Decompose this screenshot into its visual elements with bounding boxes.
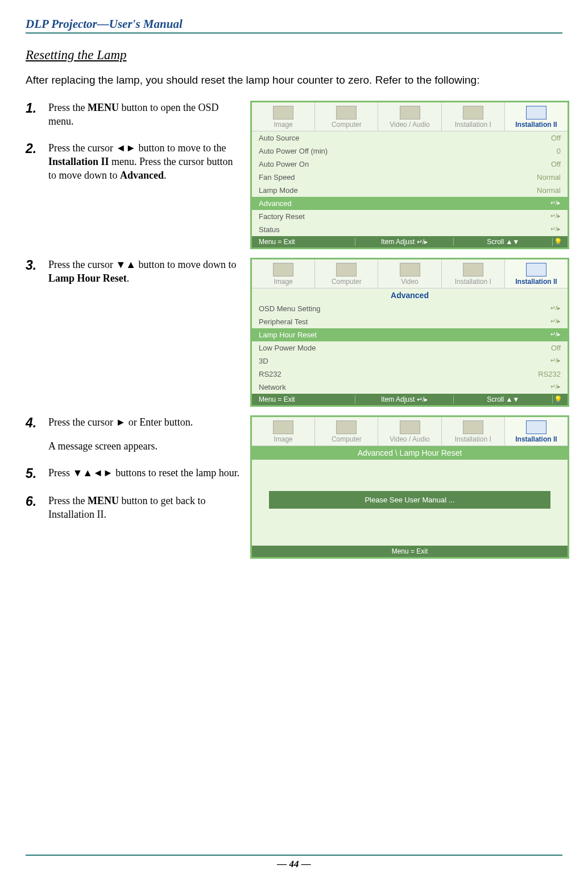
step-number: 1. xyxy=(26,101,48,116)
tab-icon xyxy=(526,420,546,434)
status-exit: Menu = Exit xyxy=(252,546,568,557)
status-exit: Menu = Exit xyxy=(256,238,355,246)
step-1: 1. Press the MENU button to open the OSD… xyxy=(26,101,242,129)
tab-label: Image xyxy=(274,435,292,443)
item-label: Peripheral Test xyxy=(259,317,308,326)
tab-label: Installation I xyxy=(455,121,491,129)
item-label: Auto Power On xyxy=(259,160,309,168)
step-text: Press the cursor ◄► button to move to th… xyxy=(48,141,242,183)
osd-menu-item: Advanced↵/▸ xyxy=(252,197,568,210)
osd-tab: Installation I xyxy=(442,417,505,446)
tab-icon xyxy=(336,106,357,119)
page-header: DLP Projector—User's Manual xyxy=(26,17,562,34)
item-label: Network xyxy=(259,383,286,391)
item-value: Off xyxy=(551,160,561,168)
tab-icon xyxy=(273,420,293,434)
item-label: Lamp Hour Reset xyxy=(259,331,317,339)
page-footer: — 44 — xyxy=(26,855,562,870)
item-value: ↵/▸ xyxy=(550,199,561,208)
item-value: Off xyxy=(551,134,561,142)
osd-menu-item: Factory Reset↵/▸ xyxy=(252,210,568,223)
item-label: Auto Power Off (min) xyxy=(259,147,328,155)
osd-tab: Computer xyxy=(315,102,378,131)
item-value: Normal xyxy=(537,186,561,195)
osd-menu-item: Low Power ModeOff xyxy=(252,341,568,354)
tab-label: Installation I xyxy=(455,278,491,286)
tab-label: Video / Audio xyxy=(390,121,430,129)
osd-tab: Installation I xyxy=(442,259,505,288)
status-scroll: Scroll ▲▼ xyxy=(453,238,552,246)
osd-tab: Installation I xyxy=(442,102,505,131)
osd-tabs: ImageComputerVideo / AudioInstallation I… xyxy=(252,102,568,131)
osd-menu-item: Auto Power OnOff xyxy=(252,158,568,171)
tab-icon xyxy=(400,106,420,119)
item-label: Auto Source xyxy=(259,134,300,142)
osd-menu-item: OSD Menu Setting↵/▸ xyxy=(252,302,568,315)
step-2: 2. Press the cursor ◄► button to move to… xyxy=(26,141,242,183)
osd-menu-item: Status↵/▸ xyxy=(252,223,568,236)
tab-icon xyxy=(463,420,483,434)
osd-tabs: ImageComputerVideoInstallation IInstalla… xyxy=(252,259,568,288)
breadcrumb: Advanced \ Lamp Hour Reset xyxy=(252,446,568,460)
item-label: Fan Speed xyxy=(259,173,295,182)
item-label: Advanced xyxy=(259,199,292,208)
tab-icon xyxy=(336,420,357,434)
tab-label: Installation II xyxy=(515,278,557,286)
tab-icon xyxy=(463,106,483,119)
bulb-icon: 💡 xyxy=(552,395,563,403)
step-text: Press the MENU button to get back to Ins… xyxy=(48,494,242,522)
step-number: 4. xyxy=(26,415,48,431)
osd-screenshot-1: ImageComputerVideo / AudioInstallation I… xyxy=(250,101,569,249)
status-scroll: Scroll ▲▼ xyxy=(453,395,552,403)
osd-screenshot-2: ImageComputerVideoInstallation IInstalla… xyxy=(250,258,569,407)
item-label: Status xyxy=(259,225,280,234)
osd-tab: Installation II xyxy=(505,417,568,446)
tab-label: Installation I xyxy=(455,435,491,443)
status-adjust: Item Adjust ↵/▸ xyxy=(355,395,454,403)
tab-icon xyxy=(273,106,293,119)
message-box: Please See User Manual ... xyxy=(269,491,550,509)
tab-icon xyxy=(463,263,483,277)
item-label: RS232 xyxy=(259,370,281,378)
osd-tab: Installation II xyxy=(505,259,568,288)
step-6: 6. Press the MENU button to get back to … xyxy=(26,494,242,522)
tab-label: Computer xyxy=(332,278,362,286)
osd-statusbar: Menu = ExitItem Adjust ↵/▸Scroll ▲▼💡 xyxy=(252,236,568,248)
item-value: 0 xyxy=(557,147,561,155)
step-number: 6. xyxy=(26,494,48,509)
item-value: ↵/▸ xyxy=(550,357,561,365)
row-3: 4. Press the cursor ► or Enter button. A… xyxy=(26,415,562,559)
status-exit: Menu = Exit xyxy=(256,395,355,403)
tab-icon xyxy=(400,420,420,434)
item-label: Low Power Mode xyxy=(259,344,316,352)
tab-icon xyxy=(273,263,293,277)
osd-tabs: ImageComputerVideo / AudioInstallation I… xyxy=(252,417,568,446)
osd-screenshot-3: ImageComputerVideo / AudioInstallation I… xyxy=(250,415,569,559)
step-3: 3. Press the cursor ▼▲ button to move do… xyxy=(26,258,242,286)
osd-tab: Image xyxy=(252,102,315,131)
step-text: Press ▼▲◄► buttons to reset the lamp hou… xyxy=(48,466,239,480)
item-value: ↵/▸ xyxy=(550,383,561,391)
osd-tab: Computer xyxy=(315,259,378,288)
osd-tab: Image xyxy=(252,417,315,446)
tab-label: Image xyxy=(274,278,292,286)
tab-label: Image xyxy=(274,121,292,129)
step-text: Press the MENU button to open the OSD me… xyxy=(48,101,242,129)
osd-tab: Video / Audio xyxy=(378,102,441,131)
tab-label: Installation II xyxy=(515,121,557,129)
step-number: 2. xyxy=(26,141,48,156)
item-label: 3D xyxy=(259,357,268,365)
osd-tab: Installation II xyxy=(505,102,568,131)
item-value: RS232 xyxy=(538,370,561,378)
item-value: ↵/▸ xyxy=(550,331,561,339)
osd-menu-item: 3D↵/▸ xyxy=(252,354,568,368)
osd-tab: Computer xyxy=(315,417,378,446)
osd-menu-item: Network↵/▸ xyxy=(252,381,568,394)
row-2: 3. Press the cursor ▼▲ button to move do… xyxy=(26,258,562,407)
tab-icon xyxy=(400,263,420,277)
submenu-title: Advanced xyxy=(252,288,568,302)
item-label: OSD Menu Setting xyxy=(259,304,320,313)
step-4: 4. Press the cursor ► or Enter button. A… xyxy=(26,415,242,453)
item-value: ↵/▸ xyxy=(550,212,561,221)
osd-menu-item: Lamp ModeNormal xyxy=(252,184,568,197)
